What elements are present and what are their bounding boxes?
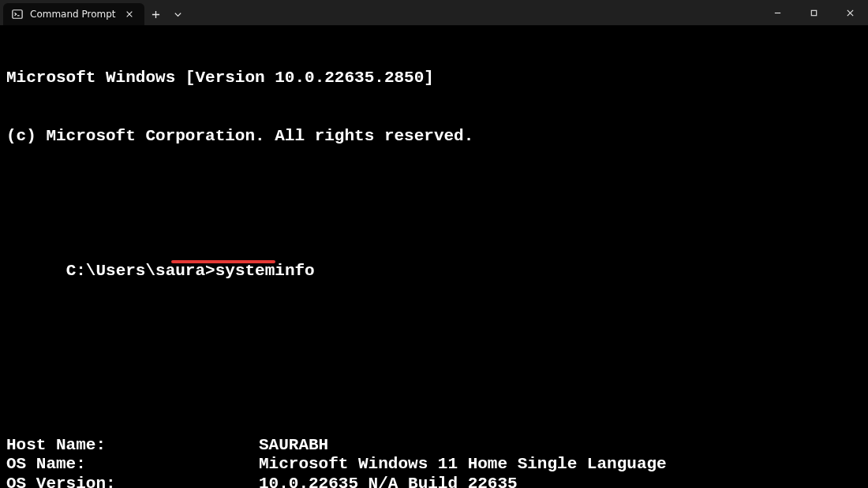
blank-line — [6, 184, 862, 204]
header-line-1: Microsoft Windows [Version 10.0.22635.28… — [6, 69, 862, 88]
systeminfo-output: Host Name:SAURABHOS Name:Microsoft Windo… — [6, 436, 862, 489]
prompt-path: C:\Users\saura> — [66, 262, 215, 280]
prompt-line: C:\Users\saura>systeminfo — [26, 243, 314, 320]
tabs: Command Prompt — [0, 0, 144, 25]
terminal-icon — [11, 8, 24, 20]
sysinfo-label: OS Version: — [6, 475, 259, 489]
minimize-button[interactable] — [759, 0, 795, 25]
close-window-button[interactable] — [832, 0, 868, 25]
table-row: Host Name:SAURABH — [6, 436, 862, 456]
titlebar-drag-region[interactable] — [189, 0, 759, 25]
tab-dropdown-button[interactable] — [168, 3, 189, 25]
table-row: OS Name:Microsoft Windows 11 Home Single… — [6, 455, 862, 475]
new-tab-button[interactable] — [144, 3, 168, 25]
sysinfo-value: Microsoft Windows 11 Home Single Languag… — [259, 455, 667, 475]
blank-line — [6, 359, 862, 378]
sysinfo-value: 10.0.22635 N/A Build 22635 — [259, 475, 518, 489]
table-row: OS Version:10.0.22635 N/A Build 22635 — [6, 475, 862, 489]
sysinfo-value: SAURABH — [259, 436, 328, 456]
svg-rect-0 — [13, 10, 22, 19]
sysinfo-label: Host Name: — [6, 436, 259, 456]
svg-rect-1 — [811, 10, 816, 15]
tab-command-prompt[interactable]: Command Prompt — [3, 3, 144, 25]
terminal-output[interactable]: Microsoft Windows [Version 10.0.22635.28… — [0, 25, 868, 488]
prompt-command: systeminfo — [215, 262, 315, 280]
tab-title: Command Prompt — [30, 9, 116, 20]
sysinfo-label: OS Name: — [6, 455, 259, 475]
window-controls — [759, 0, 868, 25]
maximize-button[interactable] — [795, 0, 832, 25]
close-tab-icon[interactable] — [122, 7, 137, 21]
red-underline-icon — [171, 260, 275, 263]
header-line-2: (c) Microsoft Corporation. All rights re… — [6, 127, 862, 147]
titlebar: Command Prompt — [0, 0, 868, 25]
